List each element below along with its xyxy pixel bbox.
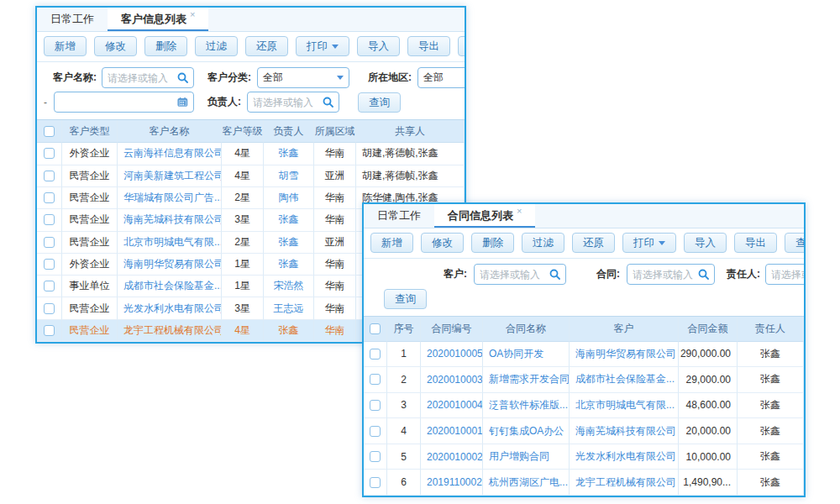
row-checkbox[interactable] [370, 477, 381, 488]
tab-日常工作[interactable]: 日常工作 [364, 204, 434, 228]
cell-customer[interactable]: 海南明华贸易有限公司 [570, 342, 679, 368]
cell-customer[interactable]: 北京市明城电气有限... [570, 393, 679, 419]
toolbar-button-打印[interactable]: 打印 [296, 36, 349, 56]
row-checkbox[interactable] [44, 237, 55, 248]
toolbar-button-新增[interactable]: 新增 [44, 36, 87, 56]
toolbar-button-打印[interactable]: 打印 [622, 233, 676, 253]
cell-name[interactable]: 用户增购合同 [483, 444, 570, 470]
table-row[interactable]: 42020010001钉钉集成OA办公海南芜城科技有限公司20,000.00张鑫 [364, 418, 804, 444]
row-checkbox[interactable] [44, 192, 55, 203]
table-row[interactable]: 62019110002杭州西湖区广电...龙宇工程机械有限公司1,490,90.… [364, 470, 804, 496]
cell-name[interactable]: 北京市明城电气有限... [118, 232, 222, 254]
row-checkbox[interactable] [44, 126, 55, 137]
cell-owner[interactable]: 张鑫 [264, 320, 314, 342]
row-checkbox[interactable] [44, 148, 55, 159]
cell-name[interactable]: 海南芜城科技有限公司 [118, 209, 222, 231]
row-checkbox[interactable] [370, 451, 381, 462]
cell-owner[interactable]: 张鑫 [264, 232, 314, 254]
row-checkbox[interactable] [44, 325, 55, 336]
cell-code[interactable]: 2020010004 [421, 393, 483, 419]
cell-name[interactable]: 光发水利水电有限公司 [118, 297, 222, 319]
cell-code[interactable]: 2020010001 [421, 418, 483, 444]
query-button[interactable]: 查询 [358, 92, 401, 113]
cell-customer[interactable]: 龙宇工程机械有限公司 [570, 470, 679, 496]
query-button[interactable]: 查询 [384, 289, 427, 309]
cell-customer[interactable]: 光发水利水电有限公司 [570, 444, 679, 470]
search-icon[interactable] [698, 269, 709, 280]
responsible-input[interactable] [771, 269, 806, 281]
close-icon[interactable]: × [190, 9, 195, 19]
cell-code[interactable]: 2019110002 [421, 470, 483, 496]
toolbar-button-导入[interactable]: 导入 [357, 36, 400, 56]
row-checkbox[interactable] [44, 281, 55, 291]
date-input[interactable] [60, 97, 177, 108]
cell-owner[interactable]: 张鑫 [264, 254, 314, 276]
toolbar-button-导入[interactable]: 导入 [684, 233, 727, 253]
table-row[interactable]: 32020010004泛普软件标准版...北京市明城电气有限...48,600.… [364, 393, 804, 419]
row-checkbox[interactable] [44, 259, 55, 270]
cell-code[interactable]: 2020010002 [421, 444, 483, 470]
region-select[interactable]: 全部 [417, 67, 466, 88]
calendar-icon[interactable] [177, 97, 188, 108]
row-checkbox[interactable] [370, 349, 381, 360]
search-icon[interactable] [177, 72, 188, 83]
toolbar-button-删除[interactable]: 删除 [471, 233, 514, 253]
toolbar-button-还原[interactable]: 还原 [245, 36, 288, 56]
row-checkbox[interactable] [370, 323, 381, 334]
toolbar-button-查看日志[interactable]: 查看日志 [458, 36, 466, 56]
table-row[interactable]: 52020010002用户增购合同光发水利水电有限公司10,000.00张鑫 [364, 444, 804, 470]
row-checkbox[interactable] [370, 400, 381, 411]
cell-code[interactable]: 2020010003 [421, 367, 483, 393]
cell-name[interactable]: 河南美新建筑工程公司 [118, 165, 222, 187]
toolbar-button-查看日志[interactable]: 查看日志 [785, 233, 806, 253]
toolbar-button-过滤[interactable]: 过滤 [195, 36, 238, 56]
toolbar-button-删除[interactable]: 删除 [144, 36, 187, 56]
tab-合同信息列表[interactable]: 合同信息列表× [434, 204, 535, 228]
customer-category-select[interactable]: 全部 [257, 67, 349, 88]
cell-name[interactable]: 成都市社会保险基金... [118, 276, 222, 297]
cell-name[interactable]: 海南明华贸易有限公司 [118, 254, 222, 276]
search-icon[interactable] [549, 269, 560, 280]
cell-name[interactable]: 新增需求开发合同 [483, 367, 570, 393]
table-row[interactable]: 民营企业河南美新建筑工程公司4星胡雪亚洲胡建,蒋德帧,张鑫 [37, 165, 465, 187]
row-checkbox[interactable] [370, 374, 381, 385]
cell-owner[interactable]: 胡雪 [264, 165, 314, 187]
row-checkbox[interactable] [44, 171, 55, 181]
cell-owner[interactable]: 宋浩然 [264, 276, 314, 297]
contract-input[interactable] [633, 269, 698, 281]
cell-name[interactable]: OA协同开发 [483, 342, 570, 368]
toolbar-button-过滤[interactable]: 过滤 [522, 233, 564, 253]
cell-name[interactable]: 龙宇工程机械有限公司 [118, 320, 222, 342]
tab-日常工作[interactable]: 日常工作 [37, 8, 108, 31]
cell-name[interactable]: 杭州西湖区广电... [483, 470, 570, 496]
customer-input[interactable] [480, 269, 549, 281]
cell-name[interactable]: 云南海祥信息有限公司 [118, 143, 222, 165]
cell-name[interactable]: 泛普软件标准版... [483, 393, 570, 419]
row-checkbox[interactable] [44, 214, 55, 225]
owner-input[interactable] [253, 97, 323, 108]
toolbar-button-导出[interactable]: 导出 [734, 233, 777, 253]
table-row[interactable]: 外资企业云南海祥信息有限公司4星张鑫华南胡建,蒋德帧,张鑫 [37, 143, 465, 165]
cell-owner[interactable]: 陶伟 [264, 187, 314, 209]
row-checkbox[interactable] [44, 303, 55, 314]
cell-name[interactable]: 华瑞城有限公司广告... [118, 187, 222, 209]
cell-customer[interactable]: 海南芜城科技有限公司 [570, 418, 679, 444]
close-icon[interactable]: × [517, 206, 522, 216]
toolbar-button-导出[interactable]: 导出 [407, 36, 450, 56]
toolbar-button-新增[interactable]: 新增 [370, 233, 413, 253]
cell-code[interactable]: 2020010005 [421, 342, 483, 368]
cell-owner[interactable]: 王志远 [264, 297, 314, 319]
cell-owner[interactable]: 张鑫 [264, 209, 314, 231]
table-row[interactable]: 22020010003新增需求开发合同成都市社会保险基金...29,000.00… [364, 367, 804, 393]
customer-name-input[interactable] [108, 72, 177, 84]
toolbar-button-还原[interactable]: 还原 [572, 233, 615, 253]
row-checkbox[interactable] [370, 426, 381, 437]
toolbar-button-修改[interactable]: 修改 [421, 233, 464, 253]
cell-name[interactable]: 钉钉集成OA办公 [483, 418, 570, 444]
table-row[interactable]: 12020010005OA协同开发海南明华贸易有限公司290,000.00张鑫 [364, 342, 804, 368]
cell-customer[interactable]: 成都市社会保险基金... [570, 367, 679, 393]
cell-owner[interactable]: 张鑫 [264, 143, 314, 165]
tab-客户信息列表[interactable]: 客户信息列表× [108, 8, 208, 31]
toolbar-button-修改[interactable]: 修改 [94, 36, 137, 56]
search-icon[interactable] [323, 97, 333, 108]
